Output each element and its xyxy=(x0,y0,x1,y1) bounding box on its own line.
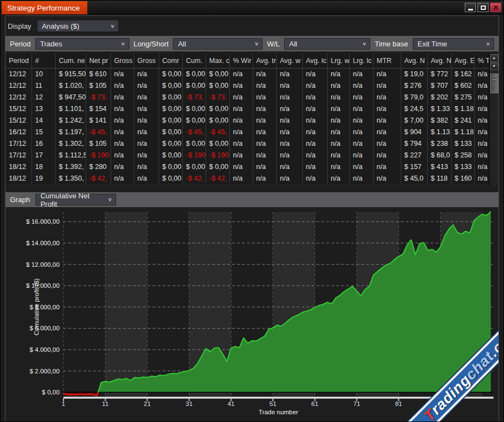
table-cell: 18 xyxy=(32,161,55,172)
column-header[interactable]: Avg. E xyxy=(451,54,474,68)
table-row[interactable]: 12/1210$ 915,50$ 610n/an/a$ 0,00$ 0,00$ … xyxy=(6,68,489,80)
table-cell: n/a xyxy=(327,126,349,138)
column-header[interactable]: # xyxy=(32,54,55,68)
column-header[interactable]: Gross xyxy=(111,54,134,68)
table-cell: $ 0,00 xyxy=(206,80,229,91)
column-header[interactable]: Max. c xyxy=(206,54,229,68)
table-cell: $ 794 xyxy=(401,138,427,149)
column-header[interactable]: Cum. ne xyxy=(55,54,86,68)
table-row[interactable]: 17/1217$ 1.112,5-$ 190n/an/a$ 0,00-$ 190… xyxy=(6,149,489,161)
table-cell: n/a xyxy=(327,172,349,184)
table-cell: $ 1.242, xyxy=(55,114,86,126)
column-header[interactable]: Avg. tr xyxy=(253,54,276,68)
table-cell: 14 xyxy=(32,114,55,126)
time-base-dropdown[interactable]: Exit Time ∨ xyxy=(413,38,494,50)
column-header[interactable]: Period xyxy=(6,54,32,68)
table-row[interactable]: 17/1216$ 1.302,$ 105n/an/a$ 0,00$ 0,00$ … xyxy=(6,138,489,149)
column-header[interactable]: % Tra xyxy=(474,54,489,68)
table-row[interactable]: 15/1213$ 1.101,$ 154n/an/a$ 0,00$ 0,00$ … xyxy=(6,103,489,114)
column-header[interactable]: Avg. lc xyxy=(302,54,327,68)
display-label: Display xyxy=(8,22,32,30)
table-cell: 12 xyxy=(32,91,55,103)
table-cell: n/a xyxy=(253,149,276,161)
table-cell: -$ 45, xyxy=(206,126,229,138)
table-row[interactable]: 12/1211$ 1.020,$ 105n/an/a$ 0,00$ 0,00$ … xyxy=(6,80,489,91)
wl-dropdown[interactable]: All ∨ xyxy=(284,38,370,50)
column-header[interactable]: MTR xyxy=(373,54,401,68)
svg-text:Trade number: Trade number xyxy=(259,409,298,415)
table-cell: n/a xyxy=(229,114,253,126)
scroll-down-icon[interactable]: ▼ xyxy=(490,62,498,70)
column-header[interactable]: Gross xyxy=(134,54,159,68)
table-cell: -$ 42, xyxy=(206,172,229,184)
table-cell: n/a xyxy=(474,172,489,184)
table-cell: -$ 42, xyxy=(182,172,206,184)
column-header[interactable]: Avg. N xyxy=(427,54,451,68)
table-cell: -$ 73, xyxy=(206,91,229,103)
column-header[interactable]: Avg. w xyxy=(276,54,302,68)
table-cell: n/a xyxy=(253,103,276,114)
table-cell: n/a xyxy=(349,161,373,172)
table-cell: $ 602 xyxy=(451,80,474,91)
table-row[interactable]: 18/1218$ 1.392,$ 280n/an/a$ 0,00$ 0,00$ … xyxy=(6,161,489,172)
table-cell: n/a xyxy=(327,138,349,149)
table-cell: n/a xyxy=(349,91,373,103)
long-short-label: Long/Short xyxy=(134,40,169,48)
table-cell: n/a xyxy=(302,126,327,138)
svg-text:Cumulative profit ($): Cumulative profit ($) xyxy=(33,278,40,335)
results-table: Period#Cum. neNet prGrossGrossComrCum.Ma… xyxy=(6,54,489,186)
column-header[interactable]: Net pr xyxy=(86,54,111,68)
table-row[interactable]: 18/1219$ 1.350,-$ 42,n/an/a$ 0,00-$ 42,-… xyxy=(6,172,489,184)
table-row[interactable]: 12/1212$ 947,50-$ 73,n/an/a$ 0,00-$ 73,-… xyxy=(6,91,489,103)
table-cell: 15/12 xyxy=(6,114,32,126)
table-cell: -$ 45, xyxy=(86,126,111,138)
maximize-button[interactable] xyxy=(477,3,489,12)
table-cell: n/a xyxy=(327,68,349,80)
table-cell: $ 915,50 xyxy=(55,68,86,80)
table-cell: $ 610 xyxy=(86,68,111,80)
graph-type-value: Cumulative Net Profit xyxy=(40,192,103,208)
column-header[interactable]: Cum. xyxy=(182,54,206,68)
graph-type-dropdown[interactable]: Cumulative Net Profit ∨ xyxy=(35,194,116,205)
table-cell: n/a xyxy=(327,161,349,172)
table-cell: $ 1.18 xyxy=(451,103,474,114)
column-header[interactable]: Lrg. w xyxy=(327,54,349,68)
table-cell: $ 0,00 xyxy=(159,80,182,91)
scrollbar-thumb[interactable] xyxy=(490,73,498,93)
column-header[interactable]: Avg. N xyxy=(401,54,427,68)
table-cell: n/a xyxy=(474,149,489,161)
period-dropdown[interactable]: Trades ∨ xyxy=(35,38,129,50)
table-cell: 15 xyxy=(32,126,55,138)
display-dropdown[interactable]: Analysis ($) ∨ xyxy=(37,20,119,32)
svg-text:71: 71 xyxy=(353,400,360,407)
table-cell: $ 0,00 xyxy=(182,161,206,172)
column-header[interactable]: Lrg. lc xyxy=(349,54,373,68)
svg-text:41: 41 xyxy=(228,400,235,407)
table-cell: 16 xyxy=(32,138,55,149)
svg-text:81: 81 xyxy=(395,400,402,407)
table-cell: -$ 190 xyxy=(206,149,229,161)
table-cell: n/a xyxy=(276,80,302,91)
minimize-button[interactable] xyxy=(465,3,476,12)
column-header[interactable]: Comr xyxy=(159,54,182,68)
table-cell: n/a xyxy=(327,80,349,91)
table-cell: $ 772 xyxy=(427,68,451,80)
close-button[interactable]: ✕ xyxy=(490,3,501,12)
table-cell: n/a xyxy=(253,91,276,103)
table-cell: $ 202 xyxy=(427,91,451,103)
table-cell: $ 1.392, xyxy=(55,161,86,172)
column-header[interactable]: % Wir xyxy=(229,54,253,68)
table-cell: $ 0,00 xyxy=(159,91,182,103)
table-cell: n/a xyxy=(474,103,489,114)
table-scrollbar[interactable]: ▲ ▼ xyxy=(489,54,498,186)
table-cell: n/a xyxy=(134,172,159,184)
table-cell: n/a xyxy=(111,161,134,172)
table-row[interactable]: 15/1214$ 1.242,$ 141n/an/a$ 0,00$ 0,00$ … xyxy=(6,114,489,126)
table-cell: $ 24,5 xyxy=(401,103,427,114)
window-title: Strategy Performance xyxy=(2,1,87,14)
table-cell: $ 19,0 xyxy=(401,68,427,80)
table-cell: $ 0,00 xyxy=(159,114,182,126)
long-short-dropdown[interactable]: All ∨ xyxy=(173,38,262,50)
scroll-up-icon[interactable]: ▲ xyxy=(490,54,498,62)
table-row[interactable]: 16/1215$ 1.197,-$ 45,n/an/a$ 0,00-$ 45,-… xyxy=(6,126,489,138)
